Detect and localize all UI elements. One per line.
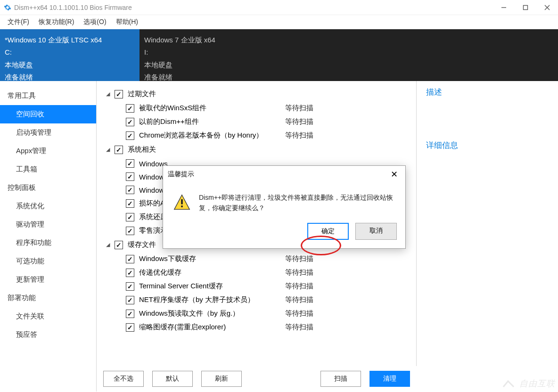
checkbox[interactable]: ✓ — [126, 255, 134, 263]
os-disk: 本地硬盘 — [144, 59, 274, 71]
os-tab-0[interactable]: *Windows 10 企业版 LTSC x64 C: 本地硬盘 准备就绪 — [0, 29, 140, 81]
desc-heading: 描述 — [426, 87, 549, 98]
checkbox[interactable]: ✓ — [126, 213, 134, 221]
tree-item[interactable]: ✓以前的Dism++组件等待扫描 — [97, 115, 416, 129]
expand-icon[interactable]: ◢ — [106, 242, 112, 248]
dialog-close-button[interactable]: ✕ — [388, 169, 401, 180]
tree-item[interactable]: ✓Windows下载缓存等待扫描 — [97, 252, 416, 266]
sidebar-item[interactable]: 更新管理 — [0, 270, 96, 289]
watermark: 自由互联 — [502, 378, 555, 389]
sidebar-item[interactable]: 预应答 — [0, 326, 96, 344]
dialog-message: Dism++即将进行清理，垃圾文件将被直接删除，无法通过回收站恢复，你确定要继续… — [199, 192, 395, 213]
sidebar-item[interactable]: 空间回收 — [0, 105, 96, 123]
expand-icon[interactable]: ◢ — [106, 91, 112, 97]
window-title: Dism++x64 10.1.1001.10 Bios Firmware — [14, 4, 132, 11]
checkbox[interactable]: ✓ — [126, 310, 134, 318]
sidebar: 常用工具空间回收启动项管理Appx管理工具箱控制面板系统优化驱动管理程序和功能可… — [0, 81, 97, 392]
menu-file[interactable]: 文件(F) — [3, 16, 34, 28]
svg-rect-1 — [524, 5, 528, 9]
sidebar-item[interactable]: 工具箱 — [0, 160, 96, 179]
checkbox[interactable]: ✓ — [126, 199, 134, 208]
item-status: 等待扫描 — [285, 268, 313, 277]
sidebar-item[interactable]: 启动项管理 — [0, 123, 96, 142]
item-status: 等待扫描 — [285, 282, 313, 291]
group-label: 过期文件 — [128, 90, 156, 98]
item-label: 传递优化缓存 — [139, 268, 285, 277]
item-label: Terminal Server Client缓存 — [139, 282, 285, 291]
checkbox[interactable]: ✓ — [126, 227, 134, 235]
item-label: 以前的Dism++组件 — [139, 117, 285, 126]
item-label: NET程序集缓存（by 大胖子技术员） — [139, 295, 285, 304]
checkbox[interactable]: ✓ — [115, 90, 123, 98]
dialog-title: 温馨提示 — [168, 170, 194, 179]
svg-rect-5 — [181, 199, 183, 204]
sidebar-item[interactable]: Appx管理 — [0, 142, 96, 160]
tree-item[interactable]: ✓Chrome浏览器老版本备份（by Honry）等待扫描 — [97, 129, 416, 142]
item-label: 缩略图缓存(需重启explorer) — [139, 323, 285, 332]
tree-item[interactable]: ✓传递优化缓存等待扫描 — [97, 266, 416, 279]
tree-group[interactable]: ◢✓过期文件 — [97, 87, 416, 101]
svg-rect-6 — [181, 205, 183, 207]
item-status: 等待扫描 — [285, 309, 313, 318]
tree-item[interactable]: ✓缩略图缓存(需重启explorer)等待扫描 — [97, 320, 416, 334]
item-label: Chrome浏览器老版本备份（by Honry） — [139, 131, 285, 140]
checkbox[interactable]: ✓ — [115, 146, 123, 154]
os-drive: C: — [5, 46, 135, 58]
confirm-dialog: 温馨提示 ✕ Dism++即将进行清理，垃圾文件将被直接删除，无法通过回收站恢复… — [163, 165, 406, 249]
clean-button[interactable]: 清理 — [369, 371, 410, 387]
item-status: 等待扫描 — [285, 131, 313, 140]
menu-options[interactable]: 选项(O) — [79, 16, 111, 28]
checkbox[interactable]: ✓ — [126, 296, 134, 304]
app-icon — [4, 4, 11, 11]
detail-heading: 详细信息 — [426, 140, 549, 151]
item-status: 等待扫描 — [285, 254, 313, 263]
sidebar-item[interactable]: 文件关联 — [0, 307, 96, 326]
sidebar-item[interactable]: 可选功能 — [0, 252, 96, 270]
checkbox[interactable]: ✓ — [126, 282, 134, 291]
sidebar-heading: 部署功能 — [0, 289, 96, 307]
item-label: Windows预读取文件（by 辰g.） — [139, 309, 285, 318]
sidebar-heading: 控制面板 — [0, 179, 96, 197]
dialog-ok-button[interactable]: 确定 — [307, 223, 349, 240]
tree-item[interactable]: ✓NET程序集缓存（by 大胖子技术员）等待扫描 — [97, 293, 416, 307]
group-label: 缓存文件 — [128, 240, 156, 249]
menubar: 文件(F) 恢复功能(R) 选项(O) 帮助(H) — [0, 15, 558, 29]
minimize-button[interactable] — [493, 0, 515, 15]
refresh-button[interactable]: 刷新 — [201, 371, 242, 387]
sidebar-item[interactable]: 程序和功能 — [0, 234, 96, 252]
item-status: 等待扫描 — [285, 104, 313, 113]
checkbox[interactable]: ✓ — [126, 118, 134, 126]
tree-item[interactable]: ✓Windows预读取文件（by 辰g.）等待扫描 — [97, 307, 416, 320]
checkbox[interactable]: ✓ — [115, 241, 123, 249]
close-button[interactable] — [536, 0, 558, 15]
dialog-cancel-button[interactable]: 取消 — [355, 223, 397, 240]
os-disk: 本地硬盘 — [5, 59, 135, 71]
sidebar-item[interactable]: 驱动管理 — [0, 215, 96, 234]
os-name: Windows 7 企业版 x64 — [144, 34, 274, 46]
right-panel: 描述 详细信息 — [417, 81, 558, 392]
tree-item[interactable]: ✓被取代的WinSxS组件等待扫描 — [97, 101, 416, 115]
checkbox[interactable]: ✓ — [126, 104, 134, 113]
scan-button[interactable]: 扫描 — [320, 371, 361, 387]
checkbox[interactable]: ✓ — [126, 186, 134, 194]
checkbox[interactable]: ✓ — [126, 159, 134, 168]
item-status: 等待扫描 — [285, 323, 313, 332]
maximize-button[interactable] — [515, 0, 536, 15]
item-label: Windows下载缓存 — [139, 254, 285, 263]
checkbox[interactable]: ✓ — [126, 131, 134, 140]
expand-icon[interactable]: ◢ — [106, 147, 112, 153]
tree-item[interactable]: ✓Terminal Server Client缓存等待扫描 — [97, 279, 416, 293]
deselect-all-button[interactable]: 全不选 — [103, 371, 144, 387]
os-tab-1[interactable]: Windows 7 企业版 x64 I: 本地硬盘 准备就绪 — [140, 29, 279, 81]
checkbox[interactable]: ✓ — [126, 269, 134, 277]
menu-restore[interactable]: 恢复功能(R) — [34, 16, 79, 28]
default-button[interactable]: 默认 — [152, 371, 193, 387]
checkbox[interactable]: ✓ — [126, 323, 134, 332]
os-drive: I: — [144, 46, 274, 58]
item-label: 被取代的WinSxS组件 — [139, 104, 285, 113]
menu-help[interactable]: 帮助(H) — [111, 16, 143, 28]
sidebar-item[interactable]: 系统优化 — [0, 197, 96, 215]
tree-group[interactable]: ◢✓系统相关 — [97, 142, 416, 157]
checkbox[interactable]: ✓ — [126, 172, 134, 181]
item-status: 等待扫描 — [285, 295, 313, 304]
